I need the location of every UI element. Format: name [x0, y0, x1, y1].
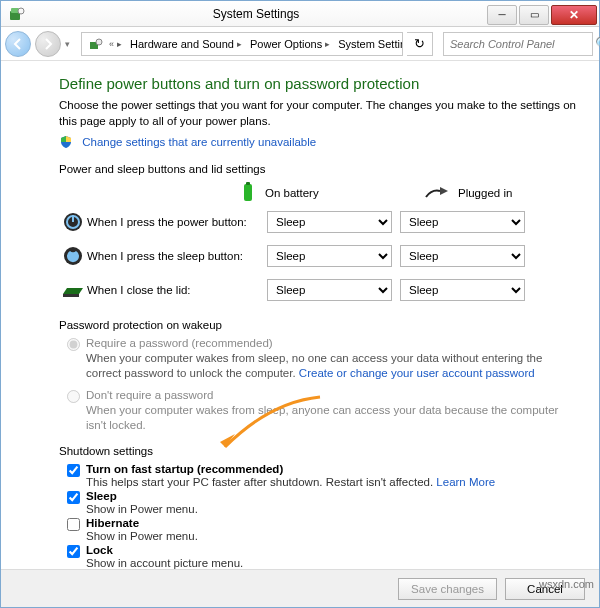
power-button-icon [59, 211, 87, 233]
fast-startup-title: Turn on fast startup (recommended) [86, 463, 495, 475]
learn-more-link[interactable]: Learn More [436, 476, 495, 488]
section-buttons-label: Power and sleep buttons and lid settings [59, 163, 579, 175]
hibernate-desc: Show in Power menu. [86, 530, 198, 542]
no-password-desc: When your computer wakes from sleep, any… [86, 403, 579, 433]
crumb-hardware[interactable]: Hardware and Sound▸ [126, 38, 246, 50]
refresh-button[interactable]: ↻ [407, 32, 433, 56]
maximize-button[interactable]: ▭ [519, 5, 549, 25]
lid-plugged-select[interactable]: Sleep [400, 279, 525, 301]
svg-point-2 [18, 8, 24, 14]
nav-forward-button[interactable] [35, 31, 61, 57]
sleep-battery-select[interactable]: Sleep [267, 245, 392, 267]
require-password-title: Require a password (recommended) [86, 337, 579, 349]
svg-rect-11 [63, 294, 79, 297]
nav-back-button[interactable] [5, 31, 31, 57]
require-password-desc: When your computer wakes from sleep, no … [86, 351, 579, 381]
minimize-button[interactable]: ─ [487, 5, 517, 25]
no-password-title: Don't require a password [86, 389, 579, 401]
power-plugged-select[interactable]: Sleep [400, 211, 525, 233]
search-icon[interactable]: 🔍 [595, 36, 600, 51]
crumb-power[interactable]: Power Options▸ [246, 38, 334, 50]
fast-startup-checkbox[interactable] [67, 464, 80, 477]
svg-point-4 [96, 39, 102, 45]
hibernate-title: Hibernate [86, 517, 198, 529]
battery-icon [239, 181, 257, 205]
nav-history-dropdown[interactable]: ▾ [65, 39, 77, 49]
section-shutdown-label: Shutdown settings [59, 445, 579, 457]
require-password-radio [67, 338, 80, 351]
lid-icon [59, 280, 87, 300]
app-icon [9, 6, 25, 22]
svg-rect-5 [244, 184, 252, 201]
sleep-title: Sleep [86, 490, 198, 502]
uac-shield-icon [59, 135, 75, 151]
control-panel-icon [88, 36, 104, 52]
col-plugged-label: Plugged in [458, 187, 512, 199]
lid-battery-select[interactable]: Sleep [267, 279, 392, 301]
lock-desc: Show in account picture menu. [86, 557, 243, 569]
sleep-desc: Show in Power menu. [86, 503, 198, 515]
row-power-label: When I press the power button: [87, 216, 267, 228]
crumb-root[interactable]: «▸ [84, 36, 126, 52]
lock-title: Lock [86, 544, 243, 556]
plug-icon [424, 183, 450, 203]
col-battery-label: On battery [265, 187, 319, 199]
save-changes-button[interactable]: Save changes [398, 578, 497, 600]
watermark: wsxdn.com [539, 578, 594, 590]
crumb-system[interactable]: System Settings [334, 38, 403, 50]
change-settings-link[interactable]: Change settings that are currently unava… [82, 136, 316, 148]
sleep-plugged-select[interactable]: Sleep [400, 245, 525, 267]
create-password-link[interactable]: Create or change your user account passw… [299, 367, 535, 379]
hibernate-checkbox[interactable] [67, 518, 80, 531]
search-box[interactable]: 🔍 [443, 32, 593, 56]
lock-checkbox[interactable] [67, 545, 80, 558]
page-heading: Define power buttons and turn on passwor… [59, 75, 579, 92]
fast-startup-desc: This helps start your PC faster after sh… [86, 476, 495, 488]
breadcrumb: «▸ Hardware and Sound▸ Power Options▸ Sy… [81, 32, 403, 56]
row-sleep-label: When I press the sleep button: [87, 250, 267, 262]
close-button[interactable]: ✕ [551, 5, 597, 25]
svg-rect-6 [246, 182, 250, 185]
sleep-checkbox[interactable] [67, 491, 80, 504]
sleep-button-icon [59, 245, 87, 267]
no-password-radio [67, 390, 80, 403]
window-title: System Settings [25, 7, 487, 21]
search-input[interactable] [448, 37, 591, 51]
row-lid-label: When I close the lid: [87, 284, 267, 296]
section-password-label: Password protection on wakeup [59, 319, 579, 331]
power-battery-select[interactable]: Sleep [267, 211, 392, 233]
page-intro: Choose the power settings that you want … [59, 98, 579, 129]
